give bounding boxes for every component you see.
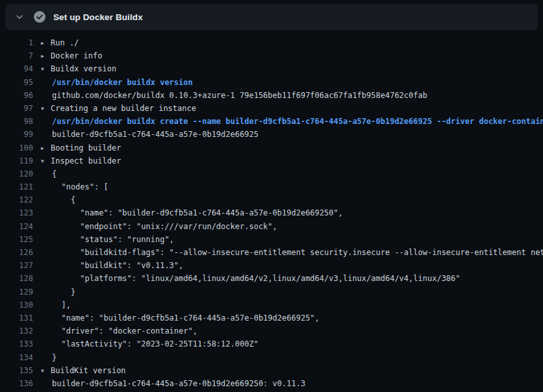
line-number[interactable]: 99 xyxy=(8,128,33,141)
log-line[interactable]: 97 ▼Creating a new builder instance xyxy=(0,102,543,115)
log-line: 136 builder-d9cfb5a1-c764-445a-a57e-0b19… xyxy=(0,377,543,390)
line-text: Inspect builder xyxy=(51,156,121,165)
log-line: 121 "nodes": [ xyxy=(0,180,543,193)
line-number[interactable]: 1 xyxy=(8,36,33,49)
line-content: ▼BuildKit version xyxy=(41,364,126,377)
line-number[interactable]: 119 xyxy=(8,154,33,167)
line-number[interactable]: 136 xyxy=(8,377,33,390)
line-text: Buildx version xyxy=(51,64,116,73)
line-number[interactable]: 126 xyxy=(8,246,33,259)
line-content: } xyxy=(41,286,75,299)
log-line: 133 "lastActivity": "2023-02-25T11:58:12… xyxy=(0,337,543,350)
log-line: 131 "name": "builder-d9cfb5a1-c764-445a-… xyxy=(0,312,543,325)
line-text: /usr/bin/docker buildx version xyxy=(52,78,193,87)
line-number[interactable]: 122 xyxy=(8,193,33,206)
line-text: Run ./ xyxy=(51,38,79,47)
line-content: "driver": "docker-container", xyxy=(41,325,197,337)
line-number[interactable]: 96 xyxy=(8,89,33,102)
line-text: "name": "builder-d9cfb5a1-c764-445a-a57e… xyxy=(52,313,320,323)
group-arrow-expanded-icon[interactable]: ▼ xyxy=(41,63,51,76)
step-title: Set up Docker Buildx xyxy=(53,12,143,22)
line-number[interactable]: 7 xyxy=(8,49,33,62)
log-line: 124 "endpoint": "unix:///var/run/docker.… xyxy=(0,220,543,233)
line-number[interactable]: 131 xyxy=(8,312,33,325)
log-line[interactable]: 1 ▶Run ./ xyxy=(0,36,543,49)
group-arrow-expanded-icon[interactable]: ▼ xyxy=(41,155,51,168)
group-arrow-collapsed-icon[interactable]: ▶ xyxy=(41,50,51,63)
line-text: /usr/bin/docker buildx create --name bui… xyxy=(52,117,543,126)
line-text: Creating a new builder instance xyxy=(51,104,196,113)
line-content: "buildkit": "v0.11.3", xyxy=(41,259,183,272)
line-content: "name": "builder-d9cfb5a1-c764-445a-a57e… xyxy=(41,312,320,325)
line-content: "buildkitd-flags": "--allow-insecure-ent… xyxy=(41,246,543,259)
line-number[interactable]: 127 xyxy=(8,259,33,272)
line-text: github.com/docker/buildx 0.10.3+azure-1 … xyxy=(52,91,427,100)
line-text: BuildKit version xyxy=(51,366,126,375)
log-line: 132 "driver": "docker-container", xyxy=(0,325,543,337)
line-text: "buildkitd-flags": "--allow-insecure-ent… xyxy=(52,248,543,257)
group-arrow-collapsed-icon[interactable]: ▶ xyxy=(41,142,51,155)
line-number[interactable]: 98 xyxy=(8,115,33,128)
line-text: "status": "running", xyxy=(52,235,174,244)
log-line: 95 /usr/bin/docker buildx version xyxy=(0,76,543,89)
line-content: "name": "builder-d9cfb5a1-c764-445a-a57e… xyxy=(41,206,343,219)
line-number[interactable]: 128 xyxy=(8,272,33,285)
log-line[interactable]: 7 ▶Docker info xyxy=(0,49,543,62)
line-text: { xyxy=(52,169,57,178)
line-number[interactable]: 129 xyxy=(8,286,33,299)
line-number[interactable]: 123 xyxy=(8,206,33,219)
chevron-down-icon[interactable] xyxy=(14,12,25,22)
line-text: builder-d9cfb5a1-c764-445a-a57e-0b19d2e6… xyxy=(52,130,259,139)
line-content: { xyxy=(41,193,75,206)
actions-log-page: Set up Docker Buildx 1 ▶Run ./ 7 ▶Docker… xyxy=(0,0,543,392)
line-number[interactable]: 120 xyxy=(8,167,33,180)
line-number[interactable]: 133 xyxy=(8,337,33,350)
line-number[interactable]: 135 xyxy=(8,364,33,377)
line-number[interactable]: 124 xyxy=(8,220,33,233)
line-text: Docker info xyxy=(51,51,102,60)
log-line: 98 /usr/bin/docker buildx create --name … xyxy=(0,115,543,128)
line-number[interactable]: 95 xyxy=(8,76,33,89)
line-number[interactable]: 97 xyxy=(8,102,33,115)
group-arrow-expanded-icon[interactable]: ▼ xyxy=(41,365,51,378)
line-text: "endpoint": "unix:///var/run/docker.sock… xyxy=(52,222,277,231)
line-number[interactable]: 134 xyxy=(8,351,33,364)
line-number[interactable]: 121 xyxy=(8,180,33,193)
line-number[interactable]: 125 xyxy=(8,233,33,246)
log-line: 99 builder-d9cfb5a1-c764-445a-a57e-0b19d… xyxy=(0,128,543,141)
log-line[interactable]: 94 ▼Buildx version xyxy=(0,62,543,75)
line-content: /usr/bin/docker buildx version xyxy=(41,76,193,89)
line-content: ▼Buildx version xyxy=(41,62,116,75)
group-arrow-expanded-icon[interactable]: ▼ xyxy=(41,103,51,116)
log-line: 125 "status": "running", xyxy=(0,233,543,246)
log-line: 96 github.com/docker/buildx 0.10.3+azure… xyxy=(0,89,543,102)
line-content: ▼Creating a new builder instance xyxy=(41,102,196,115)
log-line: 122 { xyxy=(0,193,543,206)
line-content: /usr/bin/docker buildx create --name bui… xyxy=(41,115,543,128)
line-text: Booting builder xyxy=(51,143,121,153)
line-content: builder-d9cfb5a1-c764-445a-a57e-0b19d2e6… xyxy=(41,377,305,390)
line-content: { xyxy=(41,167,57,180)
line-text: "lastActivity": "2023-02-25T11:58:12.000… xyxy=(52,339,259,349)
step-header[interactable]: Set up Docker Buildx xyxy=(5,4,538,30)
line-number[interactable]: 132 xyxy=(8,325,33,337)
line-number[interactable]: 100 xyxy=(8,141,33,154)
line-number[interactable]: 94 xyxy=(8,62,33,75)
log-line[interactable]: 135 ▼BuildKit version xyxy=(0,364,543,377)
group-arrow-collapsed-icon[interactable]: ▶ xyxy=(41,37,51,50)
log-line[interactable]: 100 ▶Booting builder xyxy=(0,141,543,154)
line-text: "platforms": "linux/amd64,linux/amd64/v2… xyxy=(52,274,461,283)
line-content: "endpoint": "unix:///var/run/docker.sock… xyxy=(41,220,277,233)
log-line[interactable]: 119 ▼Inspect builder xyxy=(0,154,543,167)
line-number[interactable]: 130 xyxy=(8,299,33,312)
line-content: builder-d9cfb5a1-c764-445a-a57e-0b19d2e6… xyxy=(41,128,259,141)
log-line: 120 { xyxy=(0,167,543,180)
line-text: "name": "builder-d9cfb5a1-c764-445a-a57e… xyxy=(52,208,343,217)
line-text: } xyxy=(52,353,57,362)
log-line: 127 "buildkit": "v0.11.3", xyxy=(0,259,543,272)
line-content: ▶Run ./ xyxy=(41,36,79,49)
line-text: builder-d9cfb5a1-c764-445a-a57e-0b19d2e6… xyxy=(52,379,305,388)
check-circle-icon xyxy=(34,11,45,23)
line-content: github.com/docker/buildx 0.10.3+azure-1 … xyxy=(41,89,427,102)
line-content: ▼Inspect builder xyxy=(41,154,121,167)
